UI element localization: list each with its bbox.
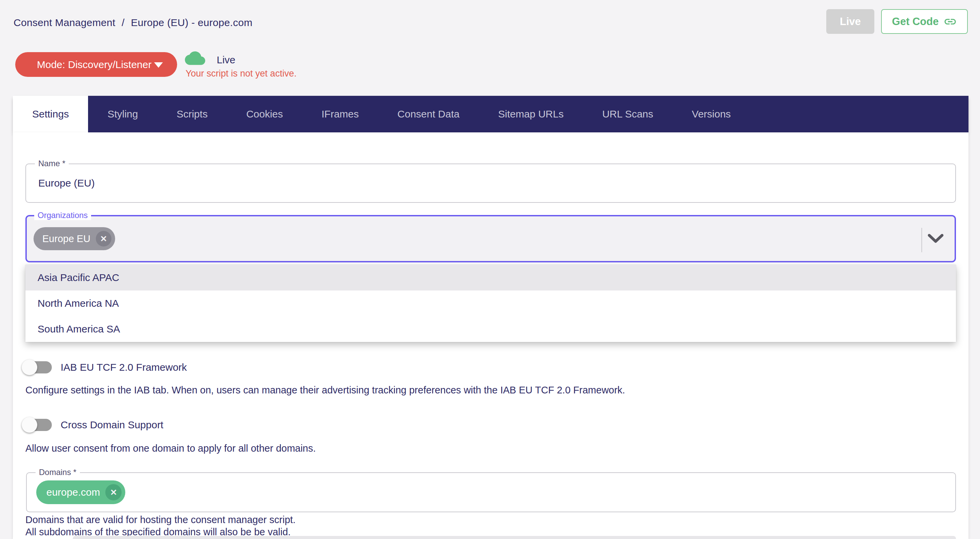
link-icon: [943, 15, 957, 29]
select-divider: [921, 228, 922, 252]
name-field[interactable]: Name * Europe (EU): [25, 164, 956, 203]
tab-scripts[interactable]: Scripts: [157, 96, 227, 132]
tab-versions[interactable]: Versions: [673, 96, 750, 132]
tab-sitemap-urls[interactable]: Sitemap URLs: [479, 96, 583, 132]
settings-panel: Name * Europe (EU) Organizations Europe …: [13, 132, 969, 539]
breadcrumb: Consent Management / Europe (EU) - europ…: [14, 17, 256, 29]
organization-chip: Europe EU ✕: [33, 227, 115, 250]
domains-helper-text: Domains that are valid for hosting the c…: [25, 514, 296, 538]
breadcrumb-page: Europe (EU) - europe.com: [131, 17, 253, 28]
iab-toggle[interactable]: [23, 361, 52, 374]
name-field-label: Name *: [35, 159, 69, 168]
organizations-dropdown: Asia Pacific APAC North America NA South…: [25, 265, 956, 342]
tab-cookies[interactable]: Cookies: [227, 96, 302, 132]
remove-chip-icon[interactable]: ✕: [96, 231, 111, 246]
iab-toggle-row: IAB EU TCF 2.0 Framework: [23, 361, 187, 374]
cloud-icon: [185, 51, 205, 66]
dropdown-option-apac[interactable]: Asia Pacific APAC: [25, 265, 956, 291]
tab-url-scans[interactable]: URL Scans: [583, 96, 673, 132]
organizations-field[interactable]: Organizations Europe EU ✕: [25, 215, 956, 262]
cross-domain-toggle-label: Cross Domain Support: [60, 419, 163, 431]
dropdown-option-sa[interactable]: South America SA: [25, 316, 956, 342]
live-button[interactable]: Live: [826, 9, 874, 34]
dropdown-option-na[interactable]: North America NA: [25, 291, 956, 316]
iab-description: Configure settings in the IAB tab. When …: [25, 385, 625, 396]
cross-domain-description: Allow user consent from one domain to ap…: [25, 443, 316, 454]
status-message: Your script is not yet active.: [186, 68, 297, 79]
breadcrumb-section[interactable]: Consent Management: [14, 17, 116, 28]
caret-down-icon: [154, 62, 163, 68]
remove-chip-icon[interactable]: ✕: [105, 484, 122, 501]
next-section-edge: [73, 536, 956, 539]
tab-bar: Settings Styling Scripts Cookies IFrames…: [13, 96, 969, 132]
get-code-button[interactable]: Get Code: [881, 9, 968, 34]
domains-helper-line1: Domains that are valid for hosting the c…: [25, 514, 296, 526]
organization-chip-label: Europe EU: [42, 233, 91, 245]
get-code-label: Get Code: [892, 16, 939, 28]
toggle-thumb: [22, 417, 37, 433]
tab-settings[interactable]: Settings: [13, 96, 88, 132]
domain-chip: europe.com ✕: [36, 480, 125, 504]
iab-toggle-label: IAB EU TCF 2.0 Framework: [60, 362, 187, 373]
tab-styling[interactable]: Styling: [88, 96, 157, 132]
breadcrumb-separator: /: [122, 17, 125, 28]
toggle-thumb: [22, 359, 37, 375]
status-live-label: Live: [217, 54, 235, 66]
organizations-field-label: Organizations: [34, 211, 91, 220]
domain-chip-label: europe.com: [46, 487, 100, 498]
cross-domain-toggle[interactable]: [23, 419, 52, 431]
tab-consent-data[interactable]: Consent Data: [378, 96, 479, 132]
consent-management-screen: Consent Management / Europe (EU) - europ…: [0, 0, 980, 539]
mode-label: Mode: Discovery/Listener: [37, 59, 151, 70]
chevron-down-icon[interactable]: [928, 234, 943, 243]
domains-field-label: Domains *: [35, 467, 80, 477]
cross-domain-toggle-row: Cross Domain Support: [23, 419, 163, 431]
tab-iframes[interactable]: IFrames: [302, 96, 378, 132]
mode-dropdown-button[interactable]: Mode: Discovery/Listener: [15, 52, 177, 77]
domains-field[interactable]: Domains * europe.com ✕: [26, 472, 956, 512]
name-field-value: Europe (EU): [38, 177, 95, 189]
